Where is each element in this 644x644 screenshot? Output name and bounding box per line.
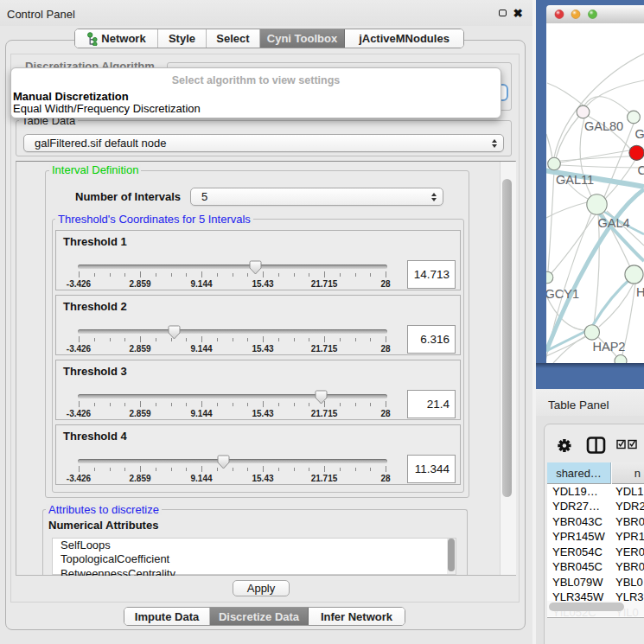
svg-text:GA: GA [635, 127, 644, 141]
svg-text:GCY1: GCY1 [546, 287, 579, 301]
svg-text:C: C [638, 163, 644, 177]
svg-text:H: H [636, 285, 644, 299]
svg-text:GAL4: GAL4 [598, 216, 630, 230]
svg-text:GAL80: GAL80 [584, 119, 623, 133]
svg-text:HAP2: HAP2 [593, 340, 626, 354]
svg-text:GAL11: GAL11 [556, 173, 594, 187]
